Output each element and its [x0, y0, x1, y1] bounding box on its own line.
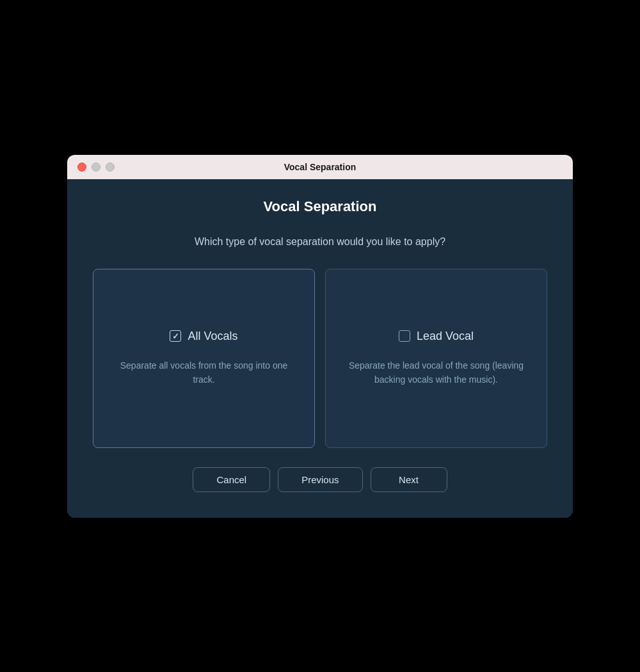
lead-vocal-checkbox[interactable]: [399, 330, 410, 342]
traffic-lights: [77, 163, 115, 172]
options-container: All Vocals Separate all vocals from the …: [93, 269, 547, 448]
maximize-button[interactable]: [106, 163, 115, 172]
titlebar: Vocal Separation: [67, 155, 573, 179]
question-text: Which type of vocal separation would you…: [93, 234, 547, 250]
footer-buttons: Cancel Previous Next: [93, 467, 547, 499]
option-all-vocals[interactable]: All Vocals Separate all vocals from the …: [93, 269, 315, 448]
lead-vocal-header: Lead Vocal: [399, 330, 474, 343]
all-vocals-label: All Vocals: [188, 330, 237, 343]
option-lead-vocal[interactable]: Lead Vocal Separate the lead vocal of th…: [325, 269, 547, 448]
modal-window: Vocal Separation Vocal Separation Which …: [67, 155, 573, 518]
lead-vocal-description: Separate the lead vocal of the song (lea…: [345, 358, 527, 387]
previous-button[interactable]: Previous: [278, 467, 362, 492]
lead-vocal-label: Lead Vocal: [417, 330, 474, 343]
minimize-button[interactable]: [92, 163, 100, 172]
next-button[interactable]: Next: [371, 467, 447, 492]
page-title: Vocal Separation: [93, 198, 547, 215]
all-vocals-checkbox[interactable]: [170, 330, 181, 342]
close-button[interactable]: [77, 163, 86, 172]
all-vocals-header: All Vocals: [170, 330, 237, 343]
cancel-button[interactable]: Cancel: [193, 467, 270, 492]
window-title: Vocal Separation: [284, 162, 356, 172]
all-vocals-description: Separate all vocals from the song into o…: [113, 358, 295, 387]
modal-content: Vocal Separation Which type of vocal sep…: [67, 179, 573, 518]
